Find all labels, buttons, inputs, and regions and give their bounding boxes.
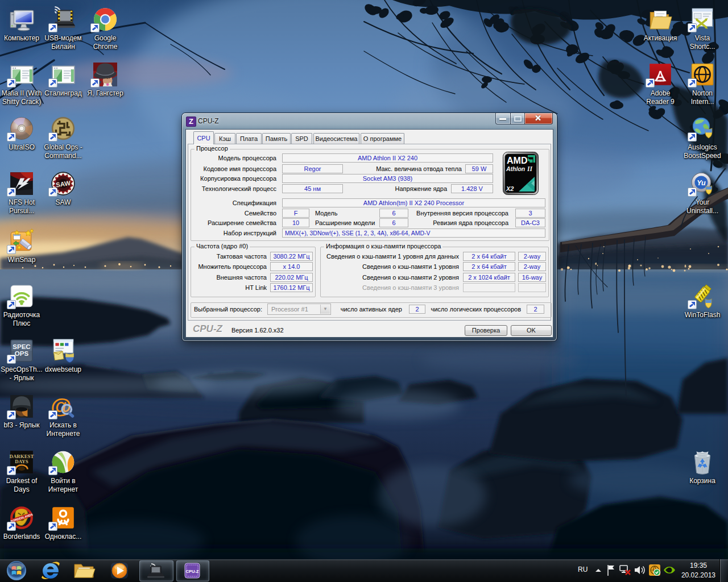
svg-text:SPEC: SPEC: [13, 343, 30, 350]
svg-text:DAYS: DAYS: [15, 459, 28, 464]
svg-text:Athlon: Athlon: [506, 165, 525, 172]
svg-text:Yu: Yu: [697, 179, 706, 187]
svg-text:II: II: [527, 165, 532, 172]
svg-text:X2: X2: [506, 185, 514, 192]
svg-text:AMD: AMD: [507, 156, 527, 165]
svg-text:OPS: OPS: [15, 350, 29, 357]
